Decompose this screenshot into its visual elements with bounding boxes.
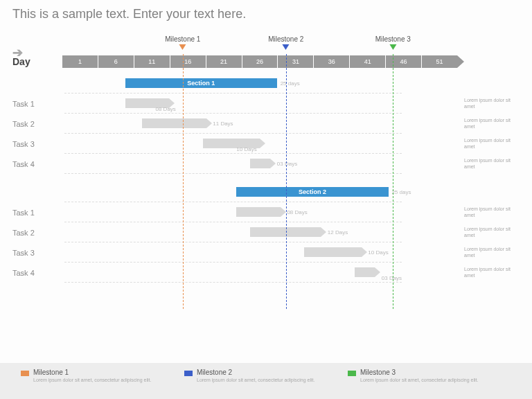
task-row: Task 3 10 Days Lorem ipsum dolor sit ame… [12,242,520,263]
task-row: Task 1 08 Days Lorem ipsum dolor sit ame… [12,202,520,222]
milestone-3: Milestone 3 [375,35,411,50]
milestone-header: Milestone 1 Milestone 2 Milestone 3 [68,35,457,53]
triangle-down-icon [283,44,290,50]
arrow-right-icon: ➔ [12,45,23,60]
section-row: Section 125 days [12,73,520,94]
page-title: This is a sample text. Enter your text h… [12,7,520,21]
milestone-line-2 [286,54,287,309]
task-bar [304,247,362,257]
tick: 16 [170,55,206,68]
milestone-line-1 [183,54,184,309]
rows-area: Section 125 days Task 1 08 Days Lorem ip… [12,73,520,351]
task-bar [142,118,206,128]
task-row: Task 3 10 Days Lorem ipsum dolor sit ame… [12,134,520,154]
task-row: Task 2 11 Days Lorem ipsum dolor sit ame… [12,114,520,134]
task-row: Task 4 03 Days Lorem ipsum dolor sit ame… [12,263,520,283]
swatch-icon [184,371,193,376]
section-bar: Section 2 [236,187,388,197]
task-bar [236,207,280,217]
tick: 51 [422,55,457,68]
milestone-1: Milestone 1 [165,35,200,50]
legend-item: Milestone 2Lorem ipsum dolor sit amet, c… [184,369,348,393]
swatch-icon [21,371,29,376]
tick: 46 [386,55,422,68]
milestone-2: Milestone 2 [268,35,303,50]
tick: 1 [62,55,98,68]
triangle-down-icon [389,44,396,50]
tick: 26 [242,55,278,68]
triangle-down-icon [179,44,186,50]
legend: Milestone 1Lorem ipsum dolor sit amet, c… [0,363,532,399]
tick: 41 [350,55,386,68]
swatch-icon [348,371,356,376]
day-label: ➔Day [12,56,62,67]
tick: 21 [206,55,242,68]
gantt-container: This is a sample text. Enter your text h… [0,0,532,399]
task-row: Task 4 03 Days Lorem ipsum dolor sit ame… [12,154,520,174]
tick: 6 [98,55,134,68]
legend-item: Milestone 3Lorem ipsum dolor sit amet, c… [348,369,511,393]
task-bar [250,159,270,168]
axis-bar: 1 6 11 16 21 26 31 36 41 46 51 [62,55,457,68]
section-row: Section 225 days [12,182,520,202]
chart-area: Milestone 1 Milestone 2 Milestone 3 ➔Day… [12,35,520,351]
axis-row: ➔Day 1 6 11 16 21 26 31 36 41 46 51 [12,54,457,69]
task-row: Task 1 08 Days Lorem ipsum dolor sit ame… [12,94,520,114]
task-bar [355,267,375,277]
task-row: Task 2 12 Days Lorem ipsum dolor sit ame… [12,222,520,242]
tick: 36 [314,55,350,68]
tick: 11 [134,55,170,68]
milestone-line-3 [393,54,393,309]
legend-item: Milestone 1Lorem ipsum dolor sit amet, c… [21,369,184,393]
section-bar: Section 1 [125,78,277,88]
tick: 31 [278,55,314,68]
